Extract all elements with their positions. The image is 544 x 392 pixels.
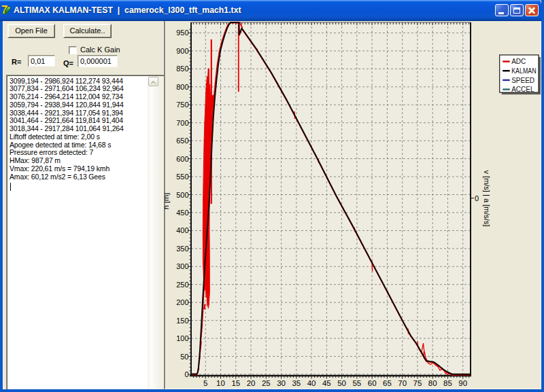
svg-text:300: 300 (176, 262, 188, 270)
svg-text:400: 400 (176, 226, 188, 234)
svg-text:50: 50 (180, 353, 188, 361)
svg-text:250: 250 (176, 281, 188, 289)
svg-text:550: 550 (176, 173, 188, 181)
svg-text:700: 700 (176, 119, 188, 127)
svg-text:850: 850 (176, 65, 188, 73)
svg-text:70: 70 (398, 379, 407, 387)
svg-text:35: 35 (292, 379, 301, 387)
svg-text:ACCEL: ACCEL (511, 86, 534, 93)
svg-text:30: 30 (277, 379, 286, 387)
svg-text:85: 85 (443, 379, 452, 387)
svg-text:15: 15 (231, 379, 240, 387)
svg-text:10: 10 (216, 379, 225, 387)
svg-text:450: 450 (176, 209, 188, 217)
svg-text:800: 800 (176, 83, 188, 91)
svg-text:55: 55 (352, 379, 361, 387)
svg-text:60: 60 (368, 379, 377, 387)
svg-text:80: 80 (428, 379, 437, 387)
svg-text:750: 750 (176, 101, 188, 109)
svg-text:90: 90 (458, 379, 467, 387)
svg-text:ADC: ADC (511, 58, 526, 65)
svg-text:SPEED: SPEED (511, 77, 534, 84)
svg-text:5: 5 (203, 379, 207, 387)
svg-text:25: 25 (262, 379, 271, 387)
svg-text:500: 500 (176, 191, 188, 199)
svg-text:50: 50 (337, 379, 346, 387)
svg-text:45: 45 (322, 379, 331, 387)
svg-text:600: 600 (176, 155, 188, 163)
svg-text:650: 650 (176, 137, 188, 145)
svg-text:150: 150 (176, 317, 188, 325)
svg-text:200: 200 (176, 298, 188, 306)
svg-text:0: 0 (184, 370, 188, 378)
svg-text:900: 900 (176, 47, 188, 55)
svg-text:75: 75 (413, 379, 422, 387)
svg-text:h [m]: h [m] (165, 193, 170, 209)
svg-text:v [m/s] | a [m/s/s]: v [m/s] | a [m/s/s] (483, 171, 491, 227)
svg-text:65: 65 (383, 379, 392, 387)
svg-text:20: 20 (247, 379, 256, 387)
svg-text:0: 0 (475, 194, 479, 202)
svg-text:950: 950 (176, 29, 188, 37)
svg-text:100: 100 (176, 334, 188, 342)
svg-text:40: 40 (307, 379, 316, 387)
svg-text:KALMAN: KALMAN (511, 67, 537, 75)
svg-text:350: 350 (176, 245, 188, 253)
